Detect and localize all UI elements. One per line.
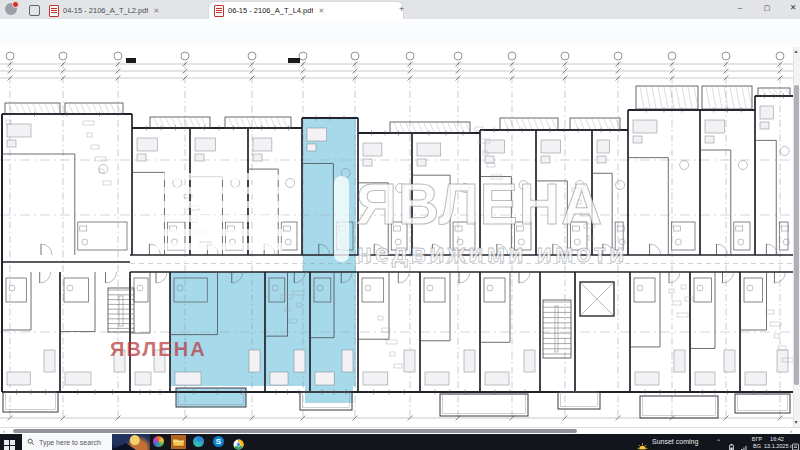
bing-daily-image[interactable] xyxy=(112,434,150,450)
network-signal-icon[interactable] xyxy=(739,439,747,450)
taskbar-file-explorer-icon[interactable] xyxy=(171,435,186,449)
tab-strip: 04-15 - 2106_A_T_L2.pdf ✕ 06-15 - 2106_A… xyxy=(0,0,800,19)
battery-icon[interactable] xyxy=(728,438,736,450)
date-label: 13.1.2025 г. xyxy=(764,443,793,449)
close-tab-icon[interactable]: ✕ xyxy=(152,7,160,15)
weather-label[interactable]: Sunset coming xyxy=(652,438,698,445)
pdf-toolbar: ≡ ⌄ Draw ⌄ A ab Ask Copilot − + of 1 xyxy=(0,31,800,48)
start-button-icon[interactable] xyxy=(4,437,15,450)
watermark-title: ЯВЛЕНА xyxy=(356,176,603,233)
floor-plan xyxy=(0,47,793,427)
scroll-down-icon[interactable]: ▾ xyxy=(795,419,798,426)
new-tab-button[interactable]: + xyxy=(399,4,404,14)
tab-1-label: 04-15 - 2106_A_T_L2.pdf xyxy=(63,6,148,15)
notification-center-icon[interactable] xyxy=(792,437,799,450)
close-tab-icon[interactable]: ✕ xyxy=(317,7,325,15)
tab-1[interactable]: 04-15 - 2106_A_T_L2.pdf ✕ xyxy=(44,2,216,19)
tray-chevron-icon[interactable]: ⌃ xyxy=(716,438,721,445)
workspaces-icon[interactable] xyxy=(29,5,40,16)
clock[interactable]: 16:42 13.1.2025 г. xyxy=(764,436,790,449)
taskbar-chrome-icon[interactable] xyxy=(233,436,245,448)
pdf-file-icon xyxy=(49,5,59,17)
watermark-logo-stripes xyxy=(155,173,283,261)
profile-avatar-icon[interactable] xyxy=(5,3,17,15)
weather-sun-icon[interactable] xyxy=(637,437,648,450)
search-placeholder: Type here to search xyxy=(39,439,101,446)
taskbar-skype-icon[interactable]: S xyxy=(213,436,225,448)
horizontal-scrollbar-thumb[interactable] xyxy=(13,429,577,434)
watermark-logo-bar xyxy=(334,176,349,262)
taskbar-copilot-icon[interactable] xyxy=(153,436,165,448)
taskbar-search-box[interactable]: Type here to search xyxy=(22,434,150,450)
maximize-button[interactable]: ▢ xyxy=(760,4,774,12)
language-top: БГР xyxy=(752,436,762,442)
taskbar-edge-icon[interactable] xyxy=(193,436,205,448)
watermark-subtitle: недвижими имоти xyxy=(357,241,627,266)
minimize-button[interactable]: – xyxy=(733,3,747,12)
vertical-scrollbar-thumb[interactable] xyxy=(794,85,799,385)
tab-2-active[interactable]: 06-15 - 2106_A_T_L4.pdf ✕ xyxy=(209,2,403,19)
screen: 04-15 - 2106_A_T_L2.pdf ✕ 06-15 - 2106_A… xyxy=(0,0,800,450)
tab-2-label: 06-15 - 2106_A_T_L4.pdf xyxy=(228,6,313,15)
time-label: 16:42 xyxy=(770,436,784,442)
search-icon xyxy=(27,438,35,446)
scroll-up-icon[interactable]: ▴ xyxy=(795,48,798,55)
watermark-small-red: ЯВЛЕНА xyxy=(110,339,207,359)
language-bottom: BG xyxy=(753,443,761,449)
language-indicator[interactable]: БГР BG xyxy=(750,436,764,449)
close-button[interactable]: ✕ xyxy=(786,3,800,12)
pdf-file-icon xyxy=(214,5,224,17)
